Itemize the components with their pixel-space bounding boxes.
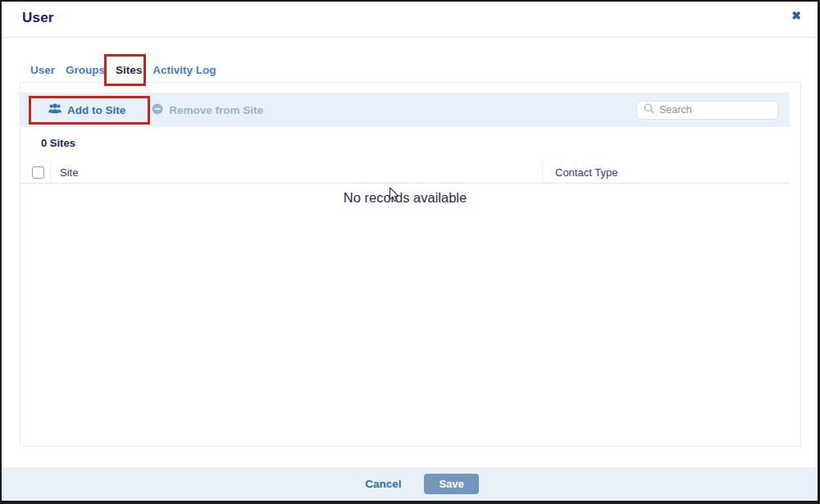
cancel-button[interactable]: Cancel	[365, 478, 401, 490]
minus-circle-icon	[152, 103, 163, 117]
dialog-title: User	[22, 10, 54, 26]
header-divider	[2, 37, 818, 38]
column-header-contact-type: Contact Type	[543, 161, 790, 183]
sites-tab-panel: Add to Site Remove from Site	[20, 82, 801, 447]
add-to-site-label: Add to Site	[67, 104, 125, 116]
add-to-site-button[interactable]: Add to Site	[48, 103, 125, 116]
sites-toolbar: Add to Site Remove from Site	[20, 93, 790, 127]
select-all-checkbox[interactable]	[32, 166, 44, 179]
sites-table-header: Site Contact Type	[20, 161, 790, 184]
search-input[interactable]	[659, 104, 771, 116]
save-button[interactable]: Save	[424, 474, 478, 494]
user-dialog: User ✖ User Groups Sites Activity Log	[0, 0, 820, 504]
users-icon	[48, 103, 61, 116]
empty-state-message: No records available	[20, 190, 790, 206]
remove-from-site-label: Remove from Site	[169, 104, 263, 116]
select-all-cell	[20, 161, 51, 183]
search-icon	[644, 102, 654, 117]
dialog-footer: Cancel Save	[2, 467, 818, 501]
close-icon[interactable]: ✖	[791, 10, 801, 21]
footer-buttons: Cancel Save	[365, 474, 479, 494]
search-box	[636, 101, 778, 120]
sites-count: 0 Sites	[41, 137, 75, 149]
remove-from-site-button[interactable]: Remove from Site	[152, 103, 263, 117]
column-header-site: Site	[51, 161, 543, 183]
